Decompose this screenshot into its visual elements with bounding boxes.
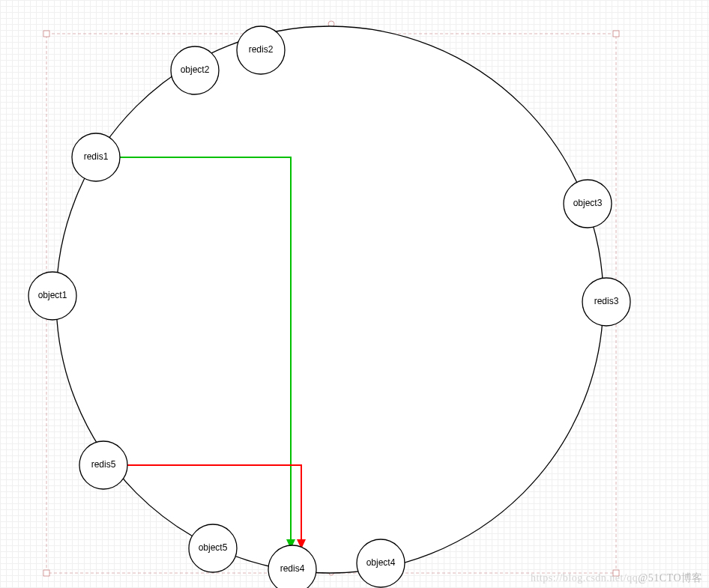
diagram-canvas[interactable]: redis2 object2 redis1 object1 redis5 obj… xyxy=(0,0,709,588)
node-redis2[interactable]: redis2 xyxy=(237,26,285,74)
node-label: redis4 xyxy=(280,563,305,574)
node-redis5[interactable]: redis5 xyxy=(79,441,127,489)
node-label: object3 xyxy=(573,198,603,208)
selection-handle-sw[interactable] xyxy=(43,570,49,576)
node-label: object1 xyxy=(38,290,67,300)
node-label: redis3 xyxy=(594,296,619,306)
node-object1[interactable]: object1 xyxy=(28,272,76,320)
node-label: redis2 xyxy=(249,44,274,55)
node-label: object5 xyxy=(199,542,228,553)
node-redis1[interactable]: redis1 xyxy=(72,133,120,181)
node-redis3[interactable]: redis3 xyxy=(582,278,630,326)
node-label: object4 xyxy=(366,557,396,568)
selection-handle-se[interactable] xyxy=(613,570,619,576)
node-label: redis5 xyxy=(91,459,116,470)
node-object2[interactable]: object2 xyxy=(171,46,219,94)
node-object5[interactable]: object5 xyxy=(189,524,237,572)
diagram-svg: redis2 object2 redis1 object1 redis5 obj… xyxy=(0,0,709,588)
node-label: redis1 xyxy=(84,151,109,162)
node-label: object2 xyxy=(181,64,210,75)
node-object4[interactable]: object4 xyxy=(357,539,405,587)
selection-handle-ne[interactable] xyxy=(613,31,619,37)
hash-ring-circle[interactable] xyxy=(56,26,603,573)
selection-handle-nw[interactable] xyxy=(43,31,49,37)
node-object3[interactable]: object3 xyxy=(564,180,612,228)
node-redis4[interactable]: redis4 xyxy=(268,545,316,588)
